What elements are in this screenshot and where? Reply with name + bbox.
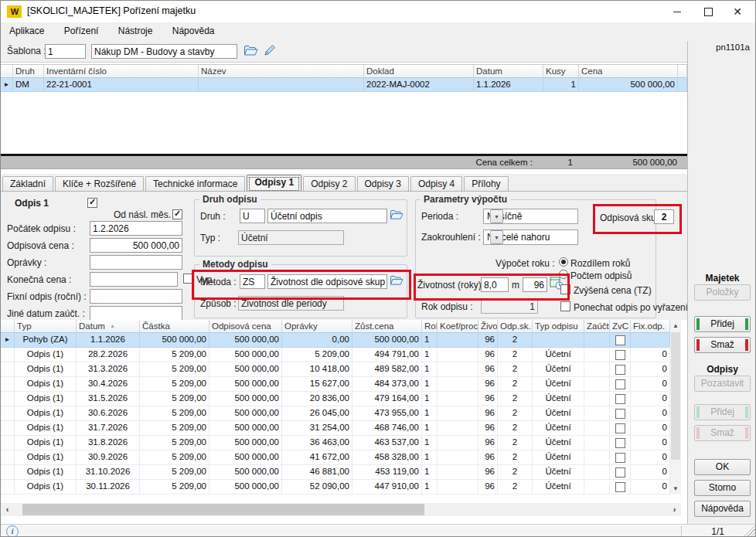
template-number-input[interactable]: 1 xyxy=(45,44,86,59)
odpisy-pridej-button[interactable]: Přidej xyxy=(694,404,751,420)
zvysena-cena-checkbox[interactable] xyxy=(560,284,570,294)
druh-name-input[interactable]: Účetní odpis xyxy=(267,209,387,223)
scroll-left-icon[interactable]: ‹ xyxy=(1,503,14,516)
jine-datum-input[interactable] xyxy=(90,306,182,321)
edit-pencil-icon[interactable] xyxy=(264,44,279,58)
perioda-dropdown[interactable]: Měsíčně ▼ xyxy=(483,209,578,224)
horizontal-scrollbar[interactable]: ‹ › xyxy=(1,503,681,516)
resize-grip[interactable] xyxy=(744,525,755,536)
chevron-down-icon[interactable]: ▼ xyxy=(490,230,503,244)
row-checkbox[interactable] xyxy=(615,379,625,389)
row-checkbox[interactable] xyxy=(615,394,625,404)
row-checkbox[interactable] xyxy=(615,453,625,463)
grid-row[interactable]: ►DM22-21-00012022-MAJ-00021.1.20261500 0… xyxy=(1,78,687,92)
pozastavit-button[interactable]: Pozastavit xyxy=(694,376,751,392)
row-checkbox[interactable] xyxy=(615,409,625,419)
column-header[interactable]: Kusy xyxy=(543,65,579,78)
row-checkbox[interactable] xyxy=(615,467,625,478)
row-checkbox[interactable] xyxy=(615,423,625,433)
zivotnost-roky-input[interactable]: 8,0 xyxy=(481,277,509,292)
column-header[interactable]: Cena xyxy=(579,65,678,78)
odpisy-smaz-button[interactable]: Smaž xyxy=(694,425,751,441)
column-header[interactable] xyxy=(678,65,687,78)
polozky-button[interactable]: Položky xyxy=(694,284,751,301)
napoveda-button[interactable]: Nápověda xyxy=(694,501,751,517)
majetek-smaz-button[interactable]: Smaž xyxy=(694,337,751,353)
column-header[interactable]: Odpisová cena xyxy=(209,320,282,333)
column-header[interactable]: Koef/proc xyxy=(438,320,478,333)
column-header[interactable]: Fix.odp. xyxy=(631,320,670,333)
grid-row[interactable]: Odpis (1)31.5.20265 209,00500 000,0020 8… xyxy=(1,392,670,406)
column-header[interactable]: Zůst.cena xyxy=(352,320,422,333)
odpisova-skup-input[interactable]: 2 xyxy=(654,209,674,224)
row-checkbox[interactable] xyxy=(615,438,625,448)
column-header[interactable]: Odp.sk. xyxy=(498,320,533,333)
row-checkbox[interactable] xyxy=(615,350,625,360)
scroll-up-icon[interactable]: ▲ xyxy=(670,320,681,331)
column-header[interactable]: Typ odpisu xyxy=(533,320,584,333)
odpisova-cena-input[interactable]: 500 000,00 xyxy=(90,238,182,253)
column-header[interactable]: Inventární číslo xyxy=(44,65,199,78)
scrollbar-thumb[interactable] xyxy=(22,504,424,515)
column-header[interactable]: Datum▲ xyxy=(77,320,140,333)
konecna-cena-input[interactable] xyxy=(90,272,178,287)
column-header[interactable]: Oprávky xyxy=(282,320,352,333)
pocatek-odpisu-input[interactable]: 1.2.2026 xyxy=(90,221,182,236)
chevron-down-icon[interactable]: ▼ xyxy=(490,209,503,223)
grid-row[interactable]: Odpis (1)31.7.20265 209,00500 000,0031 2… xyxy=(1,421,670,436)
grid-row[interactable]: Odpis (1)30.9.20265 209,00500 000,0041 6… xyxy=(1,450,670,465)
zaokrouhleni-dropdown[interactable]: Na celé nahoru ▼ xyxy=(483,229,578,245)
metoda-folder-icon[interactable] xyxy=(390,274,405,288)
column-header[interactable]: ZvC xyxy=(610,320,631,333)
grid-row[interactable]: Odpis (1)31.10.20265 209,00500 000,0046 … xyxy=(1,465,670,480)
row-checkbox[interactable] xyxy=(615,335,625,345)
menu-aplikace[interactable]: Aplikace xyxy=(1,22,53,39)
row-checkbox[interactable] xyxy=(615,482,625,492)
scrollbar-thumb[interactable] xyxy=(671,332,680,460)
template-name-input[interactable]: Nákup DM - Budovy a stavby xyxy=(91,44,237,59)
od-nasl-mes-checkbox[interactable] xyxy=(172,209,182,219)
ponechat-odpis-checkbox[interactable] xyxy=(560,301,570,311)
grid-row[interactable]: Odpis (1)28.2.20265 209,00500 000,005 20… xyxy=(1,348,670,362)
column-header[interactable]: Zaúčt. xyxy=(584,320,610,333)
druh-folder-icon[interactable] xyxy=(390,209,405,223)
column-header[interactable]: Život. xyxy=(478,320,498,333)
ok-button[interactable]: OK xyxy=(694,459,751,475)
fixni-odpis-input[interactable] xyxy=(90,289,182,304)
scroll-down-icon[interactable]: ▼ xyxy=(670,483,681,495)
grid-row[interactable]: Odpis (1)31.8.20265 209,00500 000,0036 4… xyxy=(1,436,670,450)
vertical-scrollbar[interactable]: ▲ ▼ xyxy=(670,320,681,495)
druh-code-input[interactable]: U xyxy=(240,209,265,223)
row-checkbox[interactable] xyxy=(615,365,625,375)
grid-row[interactable]: Odpis (1)30.6.20265 209,00500 000,0026 0… xyxy=(1,406,670,421)
storno-button[interactable]: Storno xyxy=(694,480,751,496)
grid-row[interactable]: Odpis (1)30.11.20265 209,00500 000,0052 … xyxy=(1,480,670,495)
zivotnost-mesice-input[interactable]: 96 xyxy=(523,277,547,292)
column-header[interactable]: Datum xyxy=(474,65,543,78)
menu-nastroje[interactable]: Nástroje xyxy=(110,22,162,39)
vyp-checkbox[interactable] xyxy=(183,274,193,284)
metoda-code-input[interactable]: ZS xyxy=(240,274,265,289)
column-header[interactable]: Druh xyxy=(13,65,44,78)
column-header[interactable]: Název xyxy=(199,65,364,78)
menu-porizeni[interactable]: Pořízení xyxy=(56,22,107,39)
info-icon[interactable]: i xyxy=(6,525,19,537)
maximize-button[interactable] xyxy=(695,1,721,22)
scroll-right-icon[interactable]: › xyxy=(668,503,681,516)
grid-row[interactable]: ►Pohyb (ZA)1.1.2026500 000,00500 000,000… xyxy=(1,333,670,348)
radio-rozdilem-roku[interactable] xyxy=(559,257,568,267)
open-folder-icon[interactable] xyxy=(243,44,259,58)
odpis1-checkbox[interactable] xyxy=(87,198,97,208)
majetek-pridej-button[interactable]: Přidej xyxy=(694,316,751,332)
minimize-button[interactable] xyxy=(664,1,690,22)
grid-row[interactable]: Odpis (1)31.3.20265 209,00500 000,0010 4… xyxy=(1,362,670,377)
column-header[interactable]: Doklad xyxy=(364,65,474,78)
grid-row[interactable]: Odpis (1)30.4.20265 209,00500 000,0015 6… xyxy=(1,377,670,392)
menu-napoveda[interactable]: Nápověda xyxy=(164,22,223,39)
column-header[interactable]: Typ xyxy=(15,320,77,333)
opravky-input[interactable] xyxy=(90,255,182,270)
column-header[interactable]: Rok xyxy=(422,320,438,333)
metoda-name-input[interactable]: Životnost dle odpisové skup xyxy=(267,274,387,289)
close-button[interactable]: ✕ xyxy=(724,1,751,22)
column-header[interactable]: Částka xyxy=(140,320,209,333)
